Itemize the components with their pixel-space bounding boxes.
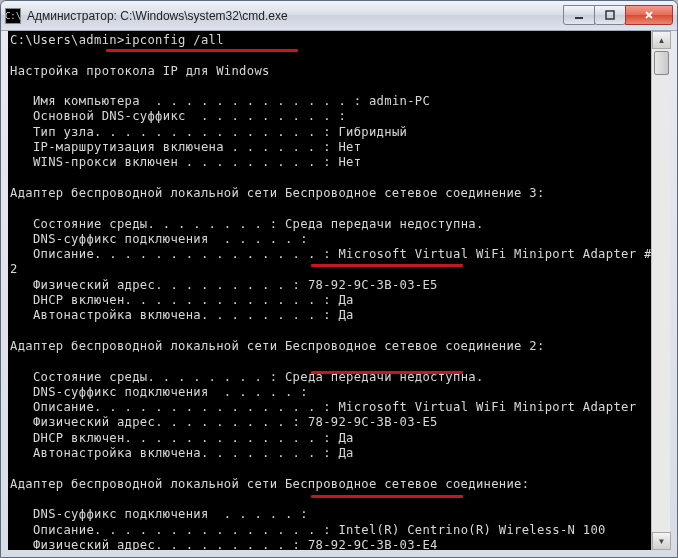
window-title: Администратор: C:\Windows\system32\cmd.e…: [27, 9, 564, 23]
mac-address-1: 78-92-9C-3B-03-E4: [308, 538, 438, 550]
maximize-icon: [604, 10, 616, 20]
titlebar[interactable]: C:\ Администратор: C:\Windows\system32\c…: [1, 1, 677, 31]
highlight-mac-3: [311, 264, 463, 267]
prompt: C:\Users\admin>: [10, 33, 125, 47]
vertical-scrollbar[interactable]: ▲ ▼: [651, 31, 670, 550]
adapter2-title: Адаптер беспроводной локальной сети Бесп…: [10, 339, 545, 353]
close-button[interactable]: [625, 5, 673, 25]
scroll-up-button[interactable]: ▲: [652, 31, 671, 49]
mac-address-2: 78-92-9C-3B-03-E5: [308, 415, 438, 429]
console-output[interactable]: C:\Users\admin>ipconfig /all Настройка п…: [8, 31, 651, 550]
maximize-button[interactable]: [594, 5, 626, 25]
highlight-command: [106, 49, 298, 52]
command: ipconfig /all: [125, 33, 224, 47]
adapter1-title: Адаптер беспроводной локальной сети Бесп…: [10, 477, 529, 491]
cmd-icon: C:\: [5, 8, 21, 24]
svg-rect-1: [606, 11, 614, 19]
section-header: Настройка протокола IP для Windows: [10, 64, 270, 78]
close-icon: [643, 10, 655, 20]
cmd-window: C:\ Администратор: C:\Windows\system32\c…: [0, 0, 678, 558]
mac-address-3: 78-92-9C-3B-03-E5: [308, 278, 438, 292]
minimize-button[interactable]: [563, 5, 595, 25]
minimize-icon: [573, 10, 585, 20]
svg-rect-0: [575, 17, 583, 19]
scroll-down-button[interactable]: ▼: [652, 532, 671, 550]
adapter3-title: Адаптер беспроводной локальной сети Бесп…: [10, 186, 545, 200]
scroll-thumb[interactable]: [654, 51, 669, 75]
highlight-mac-1: [311, 495, 463, 498]
highlight-mac-2: [311, 371, 463, 374]
window-controls: [564, 6, 673, 25]
